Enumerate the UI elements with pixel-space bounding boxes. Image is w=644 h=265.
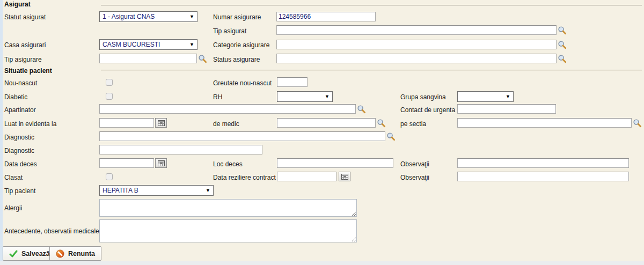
statut-asigurat-select[interactable]: 1 - Asigurat CNAS ▼ xyxy=(99,11,197,22)
tip-asigurare-lookup-magnifier-icon[interactable] xyxy=(198,54,207,63)
label-categorie-asigurare: Categorie asigurare xyxy=(213,41,269,49)
luat-in-evidenta-calendar-icon[interactable] xyxy=(155,118,167,128)
label-antecedente: Antecedente, observatii medicale xyxy=(4,227,99,235)
section-title-situatie-pacient: Situatie pacient xyxy=(4,67,52,75)
label-de-medic: de medic xyxy=(213,120,239,128)
chevron-down-icon: ▼ xyxy=(325,94,330,99)
apartinator-input[interactable] xyxy=(99,104,356,114)
data-reziliere-calendar-icon[interactable] xyxy=(339,172,350,181)
label-nou-nascut: Nou-nascut xyxy=(4,79,37,87)
nou-nascut-checkbox[interactable] xyxy=(106,79,113,86)
section-title-asigurat: Asigurat xyxy=(4,1,31,8)
left-edge-strip xyxy=(0,0,3,265)
label-casa-asigurari: Casa asigurari xyxy=(4,41,46,49)
label-observatii-2: Observaţii xyxy=(400,174,429,181)
categorie-asigurare-lookup-magnifier-icon[interactable] xyxy=(558,40,567,49)
tip-asigurat-input[interactable] xyxy=(276,25,557,35)
cancel-button-label: Renunta xyxy=(68,250,95,257)
label-numar-asigurare: Numar asigurare xyxy=(213,13,261,21)
save-button[interactable]: Salvează xyxy=(3,246,56,261)
clasat-checkbox[interactable] xyxy=(106,173,113,180)
data-deces-calendar-icon[interactable] xyxy=(155,158,167,168)
label-tip-asigurat: Tip asigurat xyxy=(213,27,246,35)
chevron-down-icon: ▼ xyxy=(206,188,210,193)
observatii-1-input[interactable] xyxy=(457,158,629,168)
loc-deces-input[interactable] xyxy=(277,158,393,168)
section-divider xyxy=(101,5,642,6)
cancel-icon xyxy=(56,249,64,258)
label-data-deces: Data deces xyxy=(4,160,37,168)
de-medic-lookup-magnifier-icon[interactable] xyxy=(377,119,386,128)
label-grupa-sangvina: Grupa sangvina xyxy=(400,93,446,101)
contact-de-urgenta-input[interactable] xyxy=(457,104,556,114)
de-medic-input[interactable] xyxy=(277,118,376,128)
label-observatii-1: Observaţii xyxy=(400,160,429,168)
tip-pacient-value: HEPATITA B xyxy=(103,187,138,194)
label-diagnostic-2: Diagnostic xyxy=(4,147,34,154)
data-reziliere-date-input[interactable] xyxy=(277,172,336,181)
luat-in-evidenta-date-input[interactable] xyxy=(99,118,154,128)
numar-asigurare-input[interactable] xyxy=(276,12,376,21)
label-rh: RH xyxy=(213,93,222,101)
status-asigurare-lookup-magnifier-icon[interactable] xyxy=(558,54,567,63)
statut-asigurat-value: 1 - Asigurat CNAS xyxy=(103,13,155,20)
tip-pacient-select[interactable]: HEPATITA B ▼ xyxy=(99,185,214,196)
label-diabetic: Diabetic xyxy=(4,93,27,101)
label-pe-sectia: pe sectia xyxy=(400,120,426,128)
pe-sectia-lookup-magnifier-icon[interactable] xyxy=(633,119,642,128)
rh-select[interactable]: ▼ xyxy=(277,91,333,102)
tip-asigurat-lookup-magnifier-icon[interactable] xyxy=(558,26,567,35)
section-divider xyxy=(101,70,642,71)
alergii-textarea[interactable] xyxy=(99,199,357,217)
label-tip-asigurare: Tip asigurare xyxy=(4,56,42,63)
label-tip-pacient: Tip pacient xyxy=(4,187,35,195)
label-greutate-nou-nascut: Greutate nou-nascut xyxy=(213,79,272,87)
label-data-reziliere-contract: Data reziliere contract xyxy=(213,174,276,181)
label-diagnostic-1: Diagnostic xyxy=(4,134,34,141)
cancel-button[interactable]: Renunta xyxy=(49,246,101,261)
diagnostic-1-input[interactable] xyxy=(99,131,385,141)
chevron-down-icon: ▼ xyxy=(506,94,510,99)
diabetic-checkbox[interactable] xyxy=(106,93,113,100)
categorie-asigurare-input[interactable] xyxy=(276,40,557,49)
save-button-label: Salvează xyxy=(21,250,50,257)
patient-insurance-form: Asigurat Statut asigurat 1 - Asigurat CN… xyxy=(0,0,644,265)
label-contact-de-urgenta: Contact de urgenta xyxy=(400,106,455,114)
data-deces-date-input[interactable] xyxy=(99,158,154,168)
diagnostic-lookup-magnifier-icon[interactable] xyxy=(386,132,396,141)
label-loc-deces: Loc deces xyxy=(213,160,243,168)
chevron-down-icon: ▼ xyxy=(189,42,194,47)
tip-asigurare-input[interactable] xyxy=(99,54,197,63)
status-asigurare-input[interactable] xyxy=(276,54,557,63)
grupa-sangvina-select[interactable]: ▼ xyxy=(457,91,514,102)
label-clasat: Clasat xyxy=(4,174,23,181)
diagnostic-2-input[interactable] xyxy=(99,145,262,154)
label-status-asigurare: Status asigurare xyxy=(213,56,260,63)
observatii-2-input[interactable] xyxy=(457,172,629,181)
apartinator-lookup-magnifier-icon[interactable] xyxy=(357,105,366,114)
label-luat-in-evidenta-la: Luat in evidenta la xyxy=(4,120,56,128)
label-alergii: Alergii xyxy=(4,204,22,212)
pe-sectia-input[interactable] xyxy=(457,118,632,128)
greutate-nou-nascut-input[interactable] xyxy=(277,77,308,87)
antecedente-textarea[interactable] xyxy=(99,219,357,242)
label-apartinator: Apartinator xyxy=(4,106,36,114)
bottom-edge-strip xyxy=(0,261,644,265)
label-statut-asigurat: Statut asigurat xyxy=(4,13,46,21)
check-icon xyxy=(9,249,18,258)
casa-asigurari-value: CASM BUCURESTI xyxy=(103,41,160,48)
casa-asigurari-select[interactable]: CASM BUCURESTI ▼ xyxy=(99,39,197,50)
chevron-down-icon: ▼ xyxy=(189,14,194,19)
